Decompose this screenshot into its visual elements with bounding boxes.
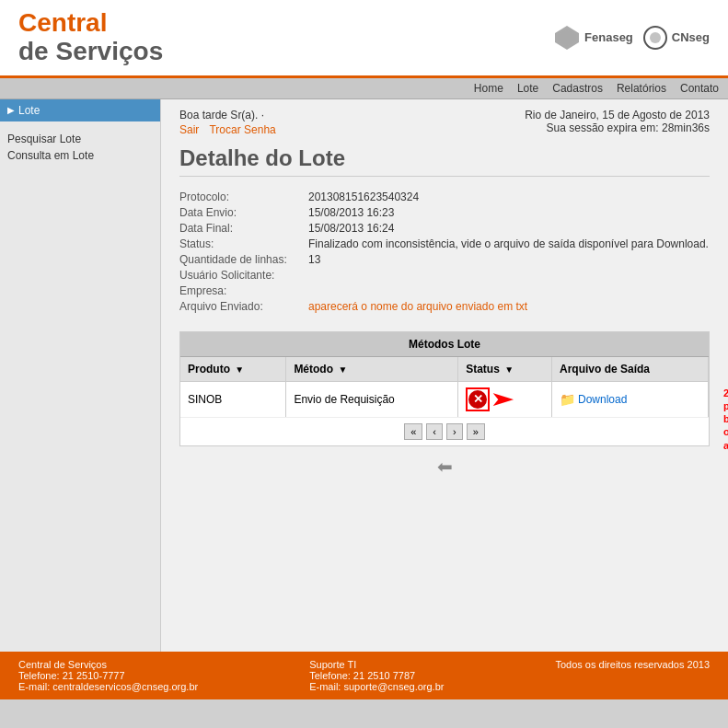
city-date: Rio de Janeiro, 15 de Agosto de 2013 <box>525 109 710 121</box>
fenaseg-logo: Fenaseg <box>553 24 633 52</box>
page-title: Detalhe do Lote <box>179 145 710 177</box>
detail-label-protocolo: Protocolo: <box>179 191 308 203</box>
auth-links: Sair Trocar Senha <box>179 123 283 136</box>
back-area: ⬅ <box>179 446 710 487</box>
page-prev-btn[interactable]: ‹ <box>426 423 443 440</box>
detail-label-status: Status: <box>179 237 308 250</box>
cell-metodo: Envio de Requisição <box>286 381 458 417</box>
download-label: Download <box>578 393 627 406</box>
pagination: « ‹ › » <box>180 418 709 445</box>
cell-produto: SINOB <box>180 381 286 417</box>
greeting-text: Boa tarde Sr(a). · <box>179 109 264 121</box>
sort-metodo-icon[interactable]: ▼ <box>338 364 347 375</box>
detail-label-empresa: Empresa: <box>179 284 308 297</box>
sort-status-icon[interactable]: ▼ <box>504 364 514 375</box>
partner-logos: Fenaseg CNseg <box>553 24 710 52</box>
cell-arquivo: 📁 Download <box>552 381 709 417</box>
fenaseg-label: Fenaseg <box>584 30 633 44</box>
detail-row-empresa: Empresa: <box>179 284 710 297</box>
sidebar-section-lote: Lote <box>0 99 160 121</box>
sidebar-nav: Pesquisar Lote Consulta em Lote <box>0 121 160 173</box>
detail-value-datafinal: 15/08/2013 16:24 <box>308 222 394 235</box>
footer: Central de Serviços Telefone: 21 2510-77… <box>0 652 728 699</box>
col-metodo: Método ▼ <box>286 357 458 382</box>
step2-label: 2º passo: baixar o arquivo <box>723 387 728 452</box>
footer-col2: Suporte TI Telefone: 21 2510 7787 E-mail… <box>309 659 444 692</box>
col-produto: Produto ▼ <box>180 357 286 382</box>
content-area: Boa tarde Sr(a). · Sair Trocar Senha Rio… <box>161 99 728 652</box>
logo-subtitle: de Serviços <box>18 37 163 65</box>
main-layout: Lote Pesquisar Lote Consulta em Lote Boa… <box>0 99 728 652</box>
detail-value-status: Finalizado com inconsistência, vide o ar… <box>308 237 709 250</box>
page-first-btn[interactable]: « <box>404 423 422 440</box>
nav-home[interactable]: Home <box>474 82 503 95</box>
footer-col2-email: E-mail: suporte@cnseg.org.br <box>309 681 444 692</box>
download-link[interactable]: 📁 Download <box>560 392 700 407</box>
sidebar-link-pesquisar-lote[interactable]: Pesquisar Lote <box>7 131 153 147</box>
detail-label-arquivo: Arquivo Enviado: <box>179 300 308 313</box>
table-container: Produto ▼ Método ▼ Status ▼ <box>180 357 709 445</box>
detail-row-usuario: Usuário Solicitante: <box>179 269 710 282</box>
footer-col1-email: E-mail: centraldeservicos@cnseg.org.br <box>18 681 198 692</box>
footer-col2-title: Suporte TI <box>309 659 444 670</box>
detail-value-protocolo: 201308151623540324 <box>308 191 419 203</box>
cnseg-label: CNseg <box>672 30 710 44</box>
detail-row-qtdlinhas: Quantidade de linhas: 13 <box>179 253 710 266</box>
detail-label-datafinal: Data Final: <box>179 222 308 235</box>
header: Centralde Serviços Fenaseg CNseg <box>0 0 728 78</box>
table-header-row: Produto ▼ Método ▼ Status ▼ <box>180 357 709 382</box>
status-error-icon: ✕ <box>468 390 487 409</box>
footer-col1-title: Central de Serviços <box>18 659 198 670</box>
detail-row-status: Status: Finalizado com inconsistência, v… <box>179 237 710 250</box>
step2-annotation: 2º passo: baixar o arquivo <box>723 385 728 452</box>
content-topbar: Boa tarde Sr(a). · Sair Trocar Senha Rio… <box>179 109 710 136</box>
col-arquivo: Arquivo de Saída <box>552 357 709 382</box>
details-table: Protocolo: 201308151623540324 Data Envio… <box>179 191 710 313</box>
detail-label-dataenvio: Data Envio: <box>179 206 308 219</box>
table-row: SINOB Envio de Requisição ✕ ➤ <box>180 381 709 417</box>
methods-table-header: Métodos Lote <box>180 332 709 357</box>
cnseg-icon <box>642 25 668 51</box>
detail-row-datafinal: Data Final: 15/08/2013 16:24 <box>179 222 710 235</box>
detail-value-arquivo: aparecerá o nome do arquivo enviado em t… <box>308 300 527 313</box>
nav-contato[interactable]: Contato <box>680 82 719 95</box>
svg-point-3 <box>650 32 661 43</box>
nav-lote[interactable]: Lote <box>517 82 538 95</box>
status-error-wrapper: ✕ <box>466 387 490 411</box>
page-last-btn[interactable]: » <box>467 423 485 440</box>
page-next-btn[interactable]: › <box>446 423 463 440</box>
folder-icon: 📁 <box>560 392 575 407</box>
cell-status: ✕ ➤ <box>458 381 552 417</box>
sort-produto-icon[interactable]: ▼ <box>235 364 244 375</box>
detail-row-dataenvio: Data Envio: 15/08/2013 16:23 <box>179 206 710 219</box>
logo: Centralde Serviços <box>18 9 163 66</box>
nav-relatorios[interactable]: Relatórios <box>617 82 666 95</box>
greeting-area: Boa tarde Sr(a). · Sair Trocar Senha <box>179 109 283 136</box>
sidebar: Lote Pesquisar Lote Consulta em Lote <box>0 99 161 652</box>
fenaseg-icon <box>553 24 581 52</box>
session-area: Rio de Janeiro, 15 de Agosto de 2013 Sua… <box>525 109 710 136</box>
sair-link[interactable]: Sair <box>179 123 199 136</box>
methods-table: Produto ▼ Método ▼ Status ▼ <box>180 357 709 418</box>
cnseg-logo: CNseg <box>642 25 710 51</box>
methods-section: Métodos Lote Produto ▼ Método ▼ <box>179 331 710 446</box>
detail-label-usuario: Usuário Solicitante: <box>179 269 308 282</box>
footer-col2-phone: Telefone: 21 2510 7787 <box>309 670 444 681</box>
detail-row-protocolo: Protocolo: 201308151623540324 <box>179 191 710 203</box>
status-cell: ✕ ➤ <box>466 387 544 411</box>
col-status: Status ▼ <box>458 357 552 382</box>
red-arrow-icon: ➤ <box>490 387 514 411</box>
detail-value-qtdlinhas: 13 <box>308 253 320 266</box>
footer-rights-text: Todos os direitos reservados 2013 <box>555 659 710 670</box>
sidebar-link-consulta-lote[interactable]: Consulta em Lote <box>7 147 153 164</box>
sidebar-section-label: Lote <box>18 104 40 117</box>
nav-cadastros[interactable]: Cadastros <box>552 82 603 95</box>
detail-label-qtdlinhas: Quantidade de linhas: <box>179 253 308 266</box>
navbar: Home Lote Cadastros Relatórios Contato <box>0 78 728 99</box>
detail-value-dataenvio: 15/08/2013 16:23 <box>308 206 394 219</box>
session-expiry: Sua sessão expira em: 28min36s <box>525 121 710 134</box>
back-arrow-icon[interactable]: ⬅ <box>437 456 453 477</box>
trocar-senha-link[interactable]: Trocar Senha <box>209 123 275 136</box>
footer-col1-phone: Telefone: 21 2510-7777 <box>18 670 198 681</box>
footer-col1: Central de Serviços Telefone: 21 2510-77… <box>18 659 198 692</box>
